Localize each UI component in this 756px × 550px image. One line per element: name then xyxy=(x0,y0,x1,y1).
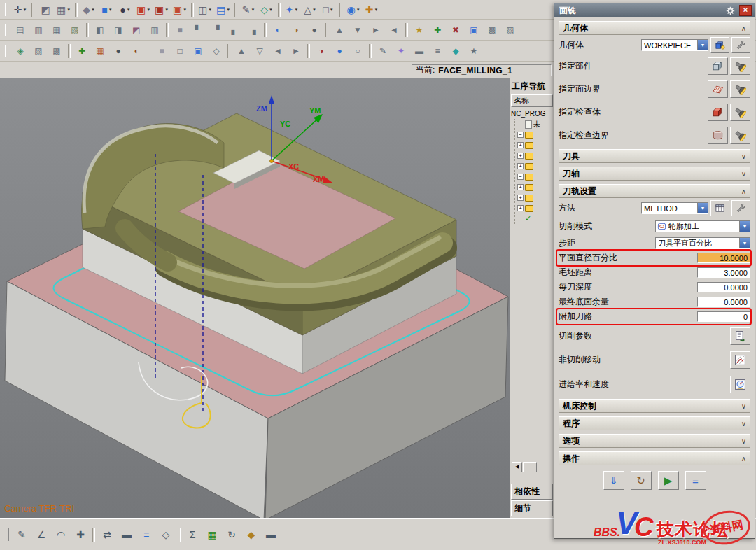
navigator-tree-item[interactable]: 未 xyxy=(517,119,554,129)
select-part-button[interactable] xyxy=(708,57,728,75)
toolbar-icon[interactable]: ⇄ xyxy=(97,526,117,544)
dropdown-caret-icon[interactable]: ▼ xyxy=(183,8,187,12)
toolbar-icon[interactable]: ● xyxy=(330,43,349,59)
toolbar-icon[interactable]: □ xyxy=(171,43,189,59)
toolbar-icon[interactable]: ▖ xyxy=(225,22,244,38)
dropdown-caret-icon[interactable]: ▼ xyxy=(208,8,212,12)
toolbar-icon[interactable]: ◈ xyxy=(11,43,29,59)
toolbar-drag-handle[interactable] xyxy=(6,528,9,541)
toolbar-icon[interactable]: △▼ xyxy=(301,2,319,17)
toolbar-icon[interactable]: ▦▼ xyxy=(55,2,73,17)
tab-details[interactable]: 细节 xyxy=(511,500,553,516)
section-header-path-settings[interactable]: 刀轨设置 ∧ xyxy=(559,184,750,198)
toolbar-icon[interactable]: ∠ xyxy=(31,526,51,544)
toolbar-icon[interactable]: ◑ xyxy=(312,43,330,59)
toolbar-icon[interactable]: ✚▼ xyxy=(363,2,381,17)
graphics-viewport[interactable]: ZM YC YM XC XM Camera TFR-TRI xyxy=(0,78,510,518)
dropdown-arrow-icon[interactable]: ▼ xyxy=(697,40,708,50)
navigator-horizontal-scrollbar[interactable]: ◀ xyxy=(512,462,552,472)
feeds-speeds-button[interactable] xyxy=(730,376,750,393)
toolbar-icon[interactable]: ✎▼ xyxy=(239,2,258,17)
expand-icon[interactable]: + xyxy=(517,184,524,190)
dropdown-caret-icon[interactable]: ▼ xyxy=(146,8,150,12)
toolbar-icon[interactable]: ◆ xyxy=(241,526,261,544)
toolbar-icon[interactable]: ✖ xyxy=(447,22,465,38)
navigator-tree-item[interactable]: + xyxy=(517,203,554,213)
action-list-button[interactable]: ≡ xyxy=(685,471,706,490)
toolbar-icon[interactable]: ✛▼ xyxy=(11,2,29,17)
navigator-tree-item[interactable]: + xyxy=(517,161,554,171)
section-header-machine-control[interactable]: 机床控制 ∨ xyxy=(559,399,750,413)
toolbar-icon[interactable]: ▤▼ xyxy=(214,2,232,17)
navigator-tree-item[interactable]: + xyxy=(517,140,554,150)
expand-arrow-icon[interactable]: ∨ xyxy=(741,420,746,428)
dropdown-caret-icon[interactable]: ▼ xyxy=(127,8,131,12)
toolbar-icon[interactable]: ◇ xyxy=(207,43,225,59)
toolbar-icon[interactable]: ★ xyxy=(410,22,428,38)
dropdown-caret-icon[interactable]: ▼ xyxy=(251,8,255,12)
dropdown-caret-icon[interactable]: ▼ xyxy=(312,8,316,12)
toolbar-icon[interactable]: ▣▼ xyxy=(153,2,171,17)
toolbar-icon[interactable]: ✦ xyxy=(392,43,410,59)
expand-arrow-icon[interactable]: ∨ xyxy=(741,170,746,178)
expand-icon[interactable]: + xyxy=(517,205,524,211)
plane-diameter-percent-input[interactable] xyxy=(697,253,750,263)
collapse-arrow-icon[interactable]: ∧ xyxy=(741,24,746,32)
dialog-close-button[interactable]: × xyxy=(739,5,752,16)
toolbar-icon[interactable]: ● xyxy=(109,43,127,59)
toolbar-icon[interactable]: ▩ xyxy=(483,22,501,38)
expand-icon[interactable]: + xyxy=(517,163,524,169)
final-floor-stock-input[interactable] xyxy=(697,297,750,307)
toolbar-icon[interactable]: ≡ xyxy=(428,43,447,59)
highlight-check-body-button[interactable] xyxy=(730,104,750,121)
navigator-root-item[interactable]: NC_PROG xyxy=(510,108,554,119)
section-header-actions[interactable]: 操作 ∧ xyxy=(559,451,750,465)
toolbar-icon[interactable]: ▨ xyxy=(29,43,48,59)
toolbar-icon[interactable]: ✦▼ xyxy=(283,2,301,17)
action-replay-button[interactable]: ↻ xyxy=(631,471,652,490)
toolbar-icon[interactable]: ✚ xyxy=(428,22,447,38)
toolbar-icon[interactable]: ◇▼ xyxy=(258,2,276,17)
toolbar-icon[interactable]: ◄ xyxy=(269,43,287,59)
collapse-arrow-icon[interactable]: ∧ xyxy=(741,188,746,195)
toolbar-icon[interactable]: ▬ xyxy=(117,526,136,544)
dropdown-caret-icon[interactable]: ▼ xyxy=(294,8,298,12)
expand-icon[interactable]: + xyxy=(517,195,524,201)
additional-passes-input[interactable] xyxy=(697,311,750,322)
section-header-options[interactable]: 选项 ∨ xyxy=(559,434,750,448)
toolbar-icon[interactable]: ▣ xyxy=(465,22,483,38)
navigator-tree-item[interactable]: + xyxy=(517,182,554,192)
toolbar-icon[interactable]: □▼ xyxy=(319,2,337,17)
toolbar-icon[interactable]: ✎ xyxy=(12,526,31,544)
navigator-tree-item[interactable]: + xyxy=(517,192,554,203)
toolbar-icon[interactable]: ◆ xyxy=(447,43,465,59)
dropdown-caret-icon[interactable]: ▼ xyxy=(91,8,95,12)
edit-method-button[interactable] xyxy=(732,200,750,216)
toolbar-icon[interactable]: ◆▼ xyxy=(80,2,98,17)
geometry-combo[interactable]: WORKPIECE ▼ xyxy=(641,39,708,51)
dropdown-caret-icon[interactable]: ▼ xyxy=(330,8,334,12)
dropdown-caret-icon[interactable]: ▼ xyxy=(374,8,378,12)
toolbar-icon[interactable]: ▦ xyxy=(91,43,109,59)
toolbar-icon[interactable]: ◐ xyxy=(269,22,287,38)
scroll-left-icon[interactable]: ◀ xyxy=(512,462,522,472)
dropdown-caret-icon[interactable]: ▼ xyxy=(108,8,113,12)
select-check-boundary-button[interactable] xyxy=(708,127,728,144)
expand-arrow-icon[interactable]: ∨ xyxy=(741,437,746,445)
toolbar-icon[interactable]: ✎ xyxy=(374,43,392,59)
toolbar-drag-handle[interactable] xyxy=(5,45,8,57)
toolbar-icon[interactable]: ≡ xyxy=(136,526,156,544)
toolbar-icon[interactable]: ► xyxy=(367,22,385,38)
toolbar-icon[interactable]: ▥ xyxy=(146,22,164,38)
toolbar-icon[interactable]: ▲ xyxy=(232,43,251,59)
non-cutting-moves-button[interactable] xyxy=(730,351,750,369)
toolbar-icon[interactable]: ▧ xyxy=(66,22,84,38)
edit-geometry-button[interactable] xyxy=(732,37,750,53)
dropdown-caret-icon[interactable]: ▼ xyxy=(164,8,169,12)
toolbar-icon[interactable]: ► xyxy=(287,43,305,59)
action-verify-button[interactable]: ▶ xyxy=(658,471,679,490)
expand-icon[interactable]: + xyxy=(517,153,524,159)
toolbar-icon[interactable]: ▽ xyxy=(251,43,269,59)
toolbar-icon[interactable]: ▘ xyxy=(189,22,207,38)
cut-pattern-combo[interactable]: 轮廓加工 ▼ xyxy=(655,220,750,232)
